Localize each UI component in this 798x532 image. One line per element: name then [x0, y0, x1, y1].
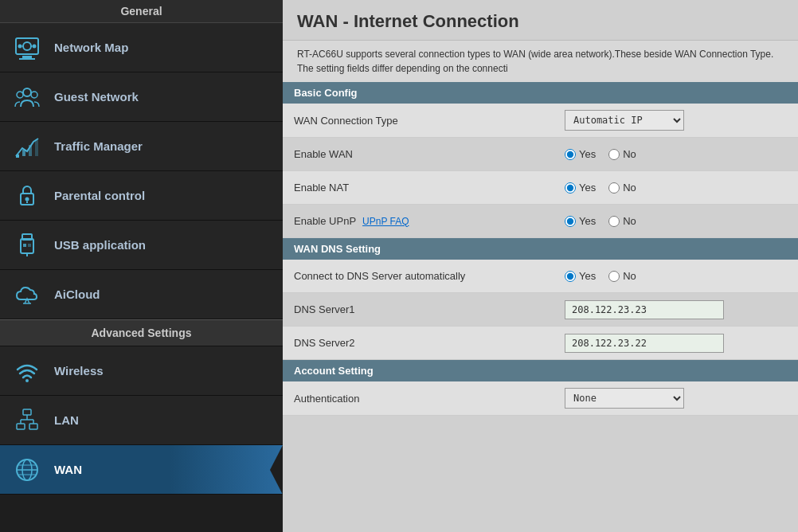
- authentication-label: Authentication: [283, 386, 554, 411]
- sidebar-item-usb-application[interactable]: USB application: [0, 221, 283, 270]
- dns-auto-yes-radio[interactable]: [565, 271, 576, 282]
- enable-wan-label: Enable WAN: [283, 142, 554, 166]
- enable-upnp-control: Yes No: [554, 209, 798, 233]
- dns-server1-label: DNS Server1: [283, 297, 554, 322]
- dns-auto-no[interactable]: No: [608, 270, 636, 282]
- dns-auto-control: Yes No: [554, 264, 798, 288]
- svg-rect-21: [28, 244, 31, 247]
- enable-wan-no[interactable]: No: [608, 148, 636, 160]
- sidebar-general-header: General: [0, 0, 283, 23]
- sidebar-item-lan-label: LAN: [54, 413, 79, 427]
- wireless-icon: [13, 357, 41, 385]
- enable-upnp-no-radio[interactable]: [608, 216, 620, 227]
- account-setting-section: Account Setting Authentication None PAP …: [283, 360, 798, 416]
- sidebar-item-aicloud-label: AiCloud: [54, 288, 100, 301]
- wan-connection-type-control: Automatic IP PPPoE PPTP L2TP Static IP: [554, 104, 798, 137]
- advanced-settings-header: Advanced Settings: [0, 319, 283, 346]
- enable-nat-control: Yes No: [554, 175, 798, 200]
- wan-connection-type-select[interactable]: Automatic IP PPPoE PPTP L2TP Static IP: [565, 110, 684, 131]
- dns-server1-control: [554, 294, 798, 326]
- enable-nat-row: Enable NAT Yes No: [283, 171, 798, 205]
- enable-nat-no[interactable]: No: [608, 182, 636, 194]
- enable-upnp-no[interactable]: No: [608, 215, 636, 227]
- sidebar-item-guest-network-label: Guest Network: [54, 90, 139, 104]
- svg-rect-27: [29, 424, 37, 429]
- enable-nat-yes[interactable]: Yes: [565, 182, 596, 194]
- wan-connection-type-row: WAN Connection Type Automatic IP PPPoE P…: [283, 104, 798, 138]
- enable-nat-radio-group: Yes No: [565, 182, 636, 194]
- enable-wan-control: Yes No: [554, 142, 798, 166]
- sidebar-item-guest-network[interactable]: Guest Network: [0, 72, 283, 122]
- enable-upnp-row: Enable UPnP UPnP FAQ Yes No: [283, 205, 798, 238]
- svg-rect-12: [22, 150, 25, 156]
- wan-icon: [13, 456, 41, 484]
- enable-nat-label: Enable NAT: [283, 175, 554, 200]
- enable-upnp-radio-group: Yes No: [565, 215, 636, 227]
- sidebar-item-aicloud[interactable]: AiCloud: [0, 270, 283, 319]
- enable-nat-yes-radio[interactable]: [565, 182, 576, 194]
- dns-server2-row: DNS Server2: [283, 327, 798, 360]
- dns-server2-control: [554, 327, 798, 359]
- page-description: RT-AC66U supports several connection typ…: [283, 41, 798, 82]
- svg-rect-2: [19, 58, 35, 60]
- enable-upnp-yes[interactable]: Yes: [565, 215, 596, 227]
- svg-point-16: [25, 197, 29, 201]
- wan-connection-type-label: WAN Connection Type: [283, 108, 554, 133]
- sidebar-item-wireless[interactable]: Wireless: [0, 346, 283, 396]
- authentication-control: None PAP CHAP: [554, 381, 798, 415]
- dns-server2-input[interactable]: [565, 334, 724, 353]
- sidebar-item-parental-control[interactable]: Parental control: [0, 171, 283, 221]
- authentication-select[interactable]: None PAP CHAP: [565, 388, 684, 409]
- sidebar-item-traffic-manager[interactable]: Traffic Manager: [0, 122, 283, 171]
- svg-point-8: [23, 88, 31, 96]
- enable-upnp-label: Enable UPnP UPnP FAQ: [283, 209, 554, 233]
- guest-network-icon: [13, 83, 41, 111]
- sidebar-item-lan[interactable]: LAN: [0, 396, 283, 445]
- dns-server1-input[interactable]: [565, 300, 724, 319]
- sidebar-item-wan-label: WAN: [54, 463, 82, 476]
- account-setting-header: Account Setting: [283, 360, 798, 381]
- svg-point-5: [33, 44, 37, 48]
- traffic-manager-icon: [13, 132, 41, 161]
- enable-nat-no-radio[interactable]: [608, 182, 620, 194]
- usb-icon: [13, 231, 41, 260]
- lan-icon: [13, 406, 41, 435]
- dns-server2-label: DNS Server2: [283, 331, 554, 355]
- sidebar-item-network-map[interactable]: Network Map: [0, 23, 283, 72]
- sidebar-item-wireless-label: Wireless: [54, 364, 104, 377]
- dns-auto-radio-group: Yes No: [565, 270, 636, 282]
- dns-auto-row: Connect to DNS Server automatically Yes …: [283, 260, 798, 293]
- dns-server1-row: DNS Server1: [283, 293, 798, 327]
- svg-point-3: [23, 42, 31, 50]
- basic-config-section: Basic Config WAN Connection Type Automat…: [283, 82, 798, 238]
- authentication-row: Authentication None PAP CHAP: [283, 381, 798, 416]
- svg-rect-19: [21, 239, 33, 253]
- dns-auto-label: Connect to DNS Server automatically: [283, 264, 554, 288]
- enable-wan-yes-radio[interactable]: [565, 149, 576, 160]
- wan-dns-header: WAN DNS Setting: [283, 238, 798, 260]
- enable-upnp-yes-radio[interactable]: [565, 216, 576, 227]
- wan-dns-section: WAN DNS Setting Connect to DNS Server au…: [283, 238, 798, 360]
- svg-point-24: [25, 379, 29, 382]
- upnp-faq-link[interactable]: UPnP FAQ: [362, 216, 409, 227]
- parental-icon: [13, 182, 41, 210]
- svg-point-4: [18, 44, 22, 48]
- dns-auto-no-radio[interactable]: [608, 271, 620, 282]
- svg-point-10: [31, 92, 37, 98]
- sidebar: General Network Map: [0, 0, 283, 532]
- svg-rect-25: [23, 409, 31, 415]
- basic-config-header: Basic Config: [283, 82, 798, 104]
- enable-wan-radio-group: Yes No: [565, 148, 636, 160]
- enable-wan-yes[interactable]: Yes: [565, 148, 596, 160]
- enable-wan-row: Enable WAN Yes No: [283, 138, 798, 171]
- svg-rect-13: [29, 145, 32, 156]
- sidebar-item-usb-application-label: USB application: [54, 238, 146, 252]
- network-map-icon: [13, 33, 41, 62]
- main-content: WAN - Internet Connection RT-AC66U suppo…: [283, 0, 798, 532]
- enable-wan-no-radio[interactable]: [608, 149, 620, 160]
- sidebar-item-wan[interactable]: WAN: [0, 445, 283, 495]
- sidebar-item-parental-control-label: Parental control: [54, 189, 145, 202]
- svg-rect-11: [16, 155, 19, 158]
- dns-auto-yes[interactable]: Yes: [565, 270, 596, 282]
- page-title: WAN - Internet Connection: [283, 0, 798, 41]
